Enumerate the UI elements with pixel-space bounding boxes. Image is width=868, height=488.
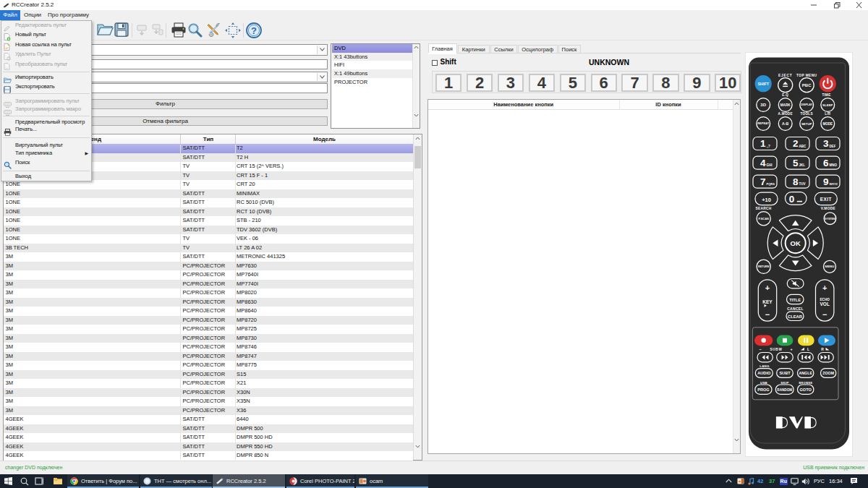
svg-text:A.MODE: A.MODE (778, 111, 793, 115)
svg-text:+: + (765, 283, 770, 292)
svg-text:DEF: DEF (829, 144, 835, 147)
svg-text:P.SCAN: P.SCAN (759, 216, 769, 220)
svg-text:E.Q: E.Q (782, 93, 788, 96)
svg-text:BROWSE: BROWSE (799, 381, 813, 384)
svg-text:8: 8 (793, 176, 799, 187)
svg-text:MENU: MENU (825, 265, 835, 268)
svg-text:2: 2 (793, 137, 799, 148)
svg-text:GOTO: GOTO (800, 388, 812, 392)
svg-text:5: 5 (793, 157, 799, 168)
svg-text:−: − (765, 310, 770, 319)
svg-text:WXYZ: WXYZ (829, 182, 838, 186)
svg-text:MARK: MARK (780, 103, 791, 106)
svg-text:LANG: LANG (760, 364, 770, 368)
svg-text:AUDIO: AUDIO (757, 371, 771, 375)
svg-text:PQRS: PQRS (766, 182, 775, 186)
svg-text:SLEEP: SLEEP (822, 103, 833, 106)
svg-text:ABC: ABC (799, 144, 806, 147)
svg-text:DISPLAY: DISPLAY (801, 103, 813, 106)
svg-text:ZOOM: ZOOM (822, 371, 834, 375)
svg-text:−: − (759, 347, 761, 351)
svg-text:RANDOM: RANDOM (777, 388, 792, 392)
svg-text:4: 4 (760, 157, 766, 168)
svg-text:?: ? (251, 25, 257, 36)
svg-text:VOL: VOL (820, 301, 830, 307)
svg-text:ANGLE: ANGLE (799, 371, 812, 375)
svg-text:TOP MENU: TOP MENU (796, 74, 817, 77)
svg-text:9: 9 (823, 176, 829, 187)
svg-text:OK: OK (791, 239, 801, 247)
svg-text:SEARCH: SEARCH (755, 207, 771, 210)
svg-text:USB: USB (760, 380, 767, 384)
svg-text:PBC: PBC (802, 82, 812, 87)
svg-text:TUV: TUV (799, 182, 805, 186)
svg-text:A-B: A-B (782, 121, 788, 125)
svg-text:+: + (822, 283, 827, 292)
svg-text:KEY: KEY (762, 299, 773, 304)
svg-text:EJECT: EJECT (778, 74, 792, 77)
svg-text:6: 6 (823, 157, 829, 168)
svg-text:0: 0 (789, 193, 795, 204)
svg-text:CLEAR: CLEAR (788, 314, 803, 318)
svg-text:SHIFT: SHIFT (757, 81, 769, 85)
svg-text:.,?: .,? (766, 144, 770, 147)
svg-text:SYSTEM: SYSTEM (825, 217, 835, 220)
svg-text:RETURN: RETURN (758, 265, 770, 268)
svg-text:TIME: TIME (822, 93, 830, 96)
svg-text:1: 1 (760, 137, 766, 148)
svg-text:CANCEL: CANCEL (787, 307, 804, 311)
svg-text:+10: +10 (762, 196, 771, 202)
svg-text:+: + (790, 347, 792, 351)
svg-text:SUBW: SUBW (770, 348, 782, 351)
svg-text:7: 7 (760, 176, 766, 187)
svg-text:3D: 3D (760, 103, 766, 107)
svg-text:MNO: MNO (829, 163, 837, 167)
svg-text:L: L (807, 347, 809, 351)
svg-text:R: R (821, 347, 824, 351)
svg-text:PROG: PROG (757, 388, 769, 392)
svg-text:V.MODE: V.MODE (821, 207, 836, 210)
svg-text:L/R: L/R (825, 111, 831, 115)
svg-text:EXIT: EXIT (820, 197, 832, 202)
svg-text:GHI: GHI (766, 163, 772, 167)
svg-text:TITLE: TITLE (789, 297, 801, 301)
svg-text:3: 3 (823, 137, 829, 148)
svg-text:SKIP: SKIP (780, 380, 788, 384)
svg-text:MODE: MODE (822, 121, 833, 125)
svg-text:JKL: JKL (799, 163, 805, 167)
svg-text:SETUP: SETUP (801, 121, 812, 125)
svg-text:SUBT: SUBT (779, 371, 791, 375)
svg-text:−: − (822, 310, 827, 319)
svg-text:TOOLS: TOOLS (801, 111, 813, 115)
svg-text:REPEAT: REPEAT (757, 121, 769, 125)
